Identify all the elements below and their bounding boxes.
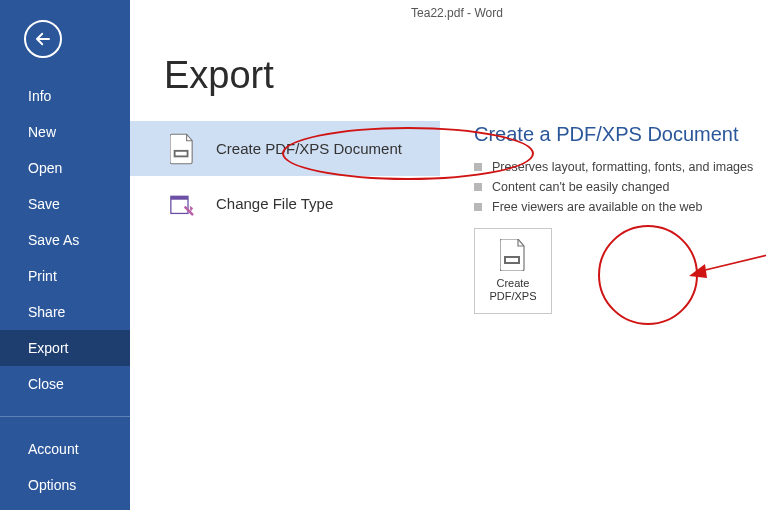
sidebar-item-label: Save As: [28, 232, 79, 248]
sidebar-item-label: Share: [28, 304, 65, 320]
sidebar-item-info[interactable]: Info: [0, 78, 130, 114]
feature-bullet: Free viewers are available on the web: [474, 200, 766, 214]
svg-rect-6: [506, 258, 518, 262]
sidebar-item-export[interactable]: Export: [0, 330, 130, 366]
svg-rect-4: [171, 196, 188, 199]
sidebar-item-save-as[interactable]: Save As: [0, 222, 130, 258]
page-title: Export: [164, 54, 766, 97]
sidebar-item-options[interactable]: Options: [0, 467, 130, 503]
main-panel: Tea22.pdf - Word Export Create PDF/XPS D…: [130, 0, 766, 510]
sidebar-item-label: Export: [28, 340, 68, 356]
arrow-left-icon: [34, 30, 52, 48]
option-create-pdf-xps[interactable]: Create PDF/XPS Document: [130, 121, 440, 176]
sidebar-separator: [0, 416, 130, 417]
pdf-document-icon: [170, 133, 194, 165]
feature-bullet: Preserves layout, formatting, fonts, and…: [474, 160, 766, 174]
option-label: Create PDF/XPS Document: [216, 140, 402, 157]
sidebar-item-close[interactable]: Close: [0, 366, 130, 402]
export-options-column: Create PDF/XPS Document Change File Type: [130, 121, 440, 314]
backstage-sidebar: Info New Open Save Save As Print Share E…: [0, 0, 130, 510]
sidebar-item-label: Account: [28, 441, 79, 457]
sidebar-item-label: Open: [28, 160, 62, 176]
right-panel-title: Create a PDF/XPS Document: [474, 123, 766, 146]
pdf-document-icon: [500, 239, 526, 271]
svg-rect-2: [176, 151, 187, 155]
sidebar-item-label: Print: [28, 268, 57, 284]
change-file-type-icon: [170, 190, 194, 218]
option-label: Change File Type: [216, 195, 333, 212]
sidebar-item-account[interactable]: Account: [0, 431, 130, 467]
feature-bullets: Preserves layout, formatting, fonts, and…: [474, 160, 766, 214]
sidebar-item-label: Info: [28, 88, 51, 104]
sidebar-item-open[interactable]: Open: [0, 150, 130, 186]
feature-bullet: Content can't be easily changed: [474, 180, 766, 194]
button-label: Create PDF/XPS: [489, 277, 536, 303]
sidebar-item-label: New: [28, 124, 56, 140]
sidebar-item-label: Save: [28, 196, 60, 212]
back-button[interactable]: [24, 20, 62, 58]
sidebar-item-label: Options: [28, 477, 76, 493]
window-title: Tea22.pdf - Word: [130, 0, 766, 20]
sidebar-item-save[interactable]: Save: [0, 186, 130, 222]
bullet-text: Content can't be easily changed: [492, 180, 670, 194]
create-pdf-xps-button[interactable]: Create PDF/XPS: [474, 228, 552, 314]
right-panel: Create a PDF/XPS Document Preserves layo…: [474, 121, 766, 314]
sidebar-item-new[interactable]: New: [0, 114, 130, 150]
sidebar-item-label: Close: [28, 376, 64, 392]
bullet-text: Free viewers are available on the web: [492, 200, 703, 214]
option-change-file-type[interactable]: Change File Type: [130, 176, 440, 231]
sidebar-items: Info New Open Save Save As Print Share E…: [0, 78, 130, 503]
sidebar-item-print[interactable]: Print: [0, 258, 130, 294]
bullet-text: Preserves layout, formatting, fonts, and…: [492, 160, 753, 174]
export-content: Create PDF/XPS Document Change File Type…: [130, 121, 766, 314]
sidebar-item-share[interactable]: Share: [0, 294, 130, 330]
